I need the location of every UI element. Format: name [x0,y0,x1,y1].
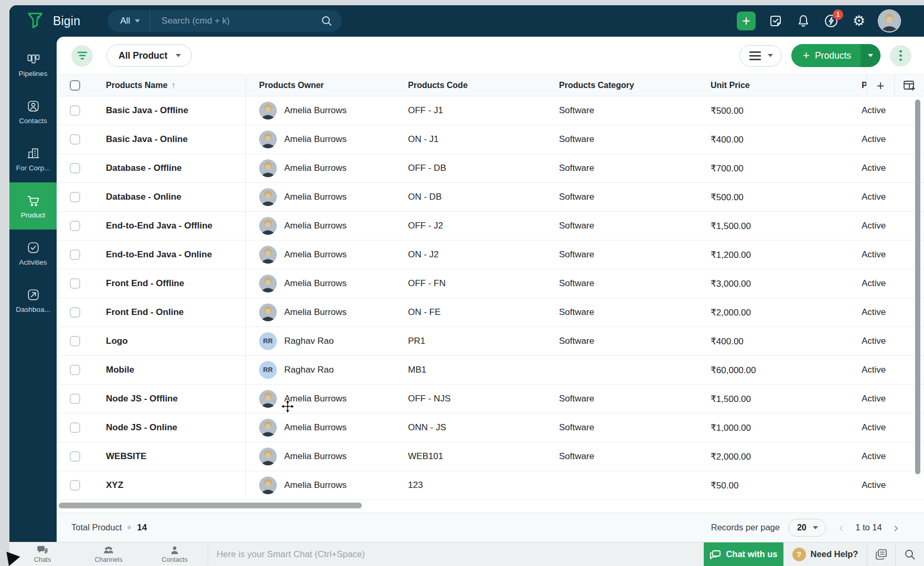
product-name[interactable]: Node JS - Offline [106,394,178,404]
product-name[interactable]: Mobile [106,365,134,375]
table-row[interactable]: Basic Java - Offline Amelia Burrows OFF … [57,96,924,125]
add-column-button[interactable]: + [866,75,894,96]
product-category: Software [559,451,594,462]
row-checkbox[interactable] [70,163,80,173]
table-row[interactable]: Front End - Online Amelia Burrows ON - F… [57,298,924,327]
previous-page-button[interactable]: ‹ [836,521,846,535]
table-row[interactable]: Mobile RR Raghav Rao MB1 ₹60,000.00 Acti… [57,356,924,385]
row-checkbox[interactable] [70,422,80,433]
unit-price: ₹1,500.00 [711,221,751,232]
tab-chats[interactable]: Chats [9,542,76,566]
horizontal-scrollbar[interactable] [59,503,362,508]
row-checkbox[interactable] [70,451,80,462]
add-products-button[interactable]: + Products [791,44,880,67]
need-help-button[interactable]: ? Need Help? [783,542,867,566]
row-checkbox[interactable] [70,221,80,231]
table-row[interactable]: Database - Offline Amelia Burrows OFF - … [57,154,924,183]
records-per-page-dropdown[interactable]: 20 [788,519,826,537]
table-row[interactable]: XYZ Amelia Burrows 123 ₹50.00 Active [57,471,924,500]
add-products-dropdown[interactable] [861,44,880,67]
search-scope-dropdown[interactable]: All [108,16,149,26]
product-name[interactable]: XYZ [106,480,123,491]
sidebar-item-dashboard[interactable]: Dashboa... [9,277,57,324]
row-checkbox[interactable] [70,105,80,116]
bottom-search-icon[interactable] [896,542,924,566]
search-icon[interactable] [321,15,332,27]
product-name[interactable]: End-to-End Java - Online [106,249,212,260]
global-search[interactable]: All [108,10,342,32]
sort-ascending-icon[interactable]: ↑ [171,81,175,90]
product-status: Active [862,134,886,145]
sidebar-item-product[interactable]: Product [9,182,57,230]
tab-channels[interactable]: Channels [76,542,142,566]
header-products-code[interactable]: Products Code [403,75,550,96]
product-name[interactable]: Database - Offline [106,163,182,173]
table-row[interactable]: Basic Java - Online Amelia Burrows ON - … [57,125,924,154]
table-row[interactable]: Logo RR Raghav Rao PR1 Software ₹400.00 … [57,327,924,356]
product-name[interactable]: Front End - Online [106,307,184,318]
row-checkbox[interactable] [70,365,80,375]
search-input[interactable] [150,16,321,26]
next-page-button[interactable]: › [891,521,901,535]
chat-with-us-button[interactable]: Chat with us [704,542,783,566]
table-row[interactable]: WEBSITE Amelia Burrows WEB101 Software ₹… [57,442,924,471]
sidebar-item-corp[interactable]: For Corp... [9,135,57,182]
owner-name: Amelia Burrows [284,249,347,260]
filter-button[interactable] [71,45,93,67]
product-icon [26,193,40,208]
sidebar-item-pipelines[interactable]: Pipelines [9,41,57,88]
product-name[interactable]: Basic Java - Online [106,134,188,145]
row-checkbox[interactable] [70,249,80,260]
header-products-name[interactable]: Products Name↑ [93,75,246,96]
table-row[interactable]: End-to-End Java - Online Amelia Burrows … [57,241,924,269]
list-footer: Total Product 14 Records per page 20 ‹ 1… [57,513,924,542]
product-name[interactable]: WEBSITE [106,451,146,462]
row-checkbox[interactable] [70,394,80,404]
owner-name: Amelia Burrows [284,221,347,231]
header-unit-price[interactable]: Unit Price [702,75,854,96]
bigin-logo-icon[interactable] [25,11,45,31]
more-options-button[interactable] [890,45,911,67]
product-name[interactable]: Node JS - Online [106,422,177,433]
product-name[interactable]: Logo [106,336,128,346]
manage-columns-icon[interactable] [894,75,924,96]
product-code: ON - J1 [408,134,439,145]
product-name[interactable]: Database - Online [106,192,181,202]
view-filter-dropdown[interactable]: All Product [106,45,192,67]
row-checkbox[interactable] [70,192,80,202]
feedback-notes-icon[interactable] [867,542,896,566]
product-name[interactable]: Front End - Offline [106,278,184,289]
table-row[interactable]: Node JS - Offline Amelia Burrows OFF - N… [57,385,924,413]
page-range: 1 to 14 [855,523,882,532]
product-name[interactable]: End-to-End Java - Offline [106,221,212,231]
sidebar-item-contacts[interactable]: Contacts [9,88,57,135]
pipelines-icon [26,52,40,66]
table-row[interactable]: End-to-End Java - Offline Amelia Burrows… [57,212,924,241]
tab-contacts[interactable]: Contacts [142,542,208,566]
header-products-category[interactable]: Products Category [550,75,702,96]
row-checkbox[interactable] [70,480,80,491]
row-checkbox[interactable] [70,336,80,346]
quick-add-button[interactable]: + [737,12,756,30]
unit-price: ₹400.00 [711,336,744,347]
tasks-icon[interactable] [768,13,783,29]
smart-chat-input[interactable] [208,542,704,566]
user-avatar[interactable] [879,10,900,31]
row-checkbox[interactable] [70,307,80,318]
header-products-owner[interactable]: Products Owner [246,75,403,96]
whats-new-icon[interactable]: 1 [823,13,839,29]
add-products-label: Products [815,50,851,61]
vertical-scrollbar[interactable] [915,100,920,474]
row-checkbox[interactable] [70,134,80,145]
notifications-bell-icon[interactable] [796,13,811,29]
table-row[interactable]: Database - Online Amelia Burrows ON - DB… [57,183,924,212]
view-mode-dropdown[interactable] [739,45,782,67]
row-checkbox[interactable] [70,278,80,289]
select-all-checkbox[interactable] [70,80,80,91]
table-row[interactable]: Node JS - Online Amelia Burrows ONN - JS… [57,413,924,442]
product-name[interactable]: Basic Java - Offline [106,105,188,116]
sidebar-item-activities[interactable]: Activities [9,230,57,277]
table-row[interactable]: Front End - Offline Amelia Burrows OFF -… [57,269,924,298]
settings-gear-icon[interactable]: ⚙ [851,13,867,29]
product-status: Active [862,422,886,433]
